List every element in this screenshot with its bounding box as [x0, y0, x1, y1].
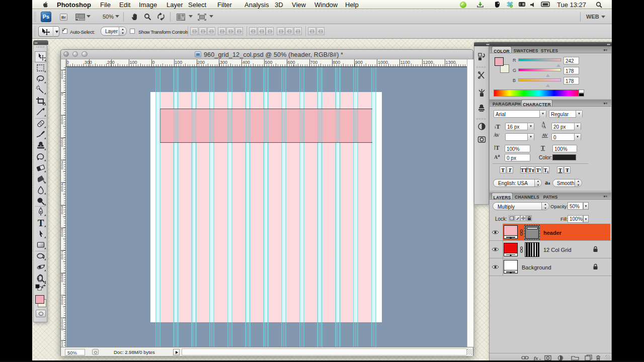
- svg-text:T: T: [38, 218, 44, 228]
- svg-text:fx: fx: [534, 355, 538, 361]
